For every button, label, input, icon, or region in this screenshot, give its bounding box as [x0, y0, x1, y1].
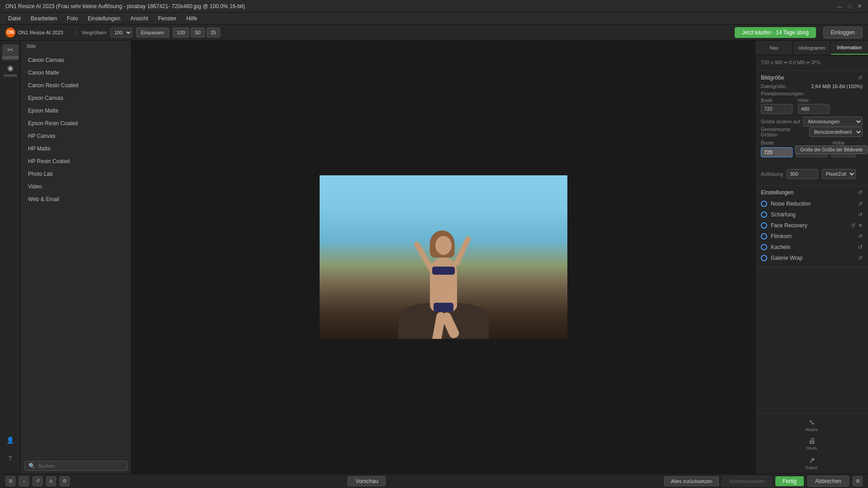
menubar-item-ansicht[interactable]: Ansicht [126, 14, 152, 23]
buy-button[interactable]: Jetzt kaufen · 14 Tage übrig [735, 27, 816, 38]
right-tab-information[interactable]: Information [831, 41, 868, 55]
style-item-photo-lab[interactable]: Photo Lab [21, 168, 131, 180]
gemeinsame-select[interactable]: Benutzerdefiniert [809, 127, 863, 137]
menubar-item-einstellungen[interactable]: Einstellungen [83, 14, 125, 23]
style-item-hp-canvas[interactable]: HP Canvas [21, 130, 131, 142]
setting-reset-icon[interactable]: ↺ [858, 244, 863, 250]
size-inputs-container: Pixel Größe der Größe der Bildbreite [761, 147, 863, 157]
setting-reset-icon[interactable]: ↺ [858, 233, 863, 239]
left-sidebar-bottom: 👤 ? [2, 432, 19, 470]
toolbar: ON ON1 Resize AI 2023 Vergrößern 100 50 … [0, 24, 868, 41]
info-dimensions: 720 x 480 •• 0,0 MB •• JPG [761, 60, 821, 65]
setting-left: Face Recovery [761, 222, 807, 229]
style-item-canon-canvas[interactable]: Canon Canvas [21, 54, 131, 66]
maximize-button[interactable]: □ [846, 3, 853, 9]
search-icon: 🔍 [28, 463, 35, 469]
fertig-button[interactable]: Fertig [775, 476, 804, 486]
style-panel-header: Stile [21, 41, 131, 52]
right-tabs: NavHistogrammInformation [755, 41, 868, 55]
dateigroesse-label: Dateigröße: [761, 84, 787, 89]
user-icon[interactable]: 👤 [2, 432, 19, 448]
menubar-item-hilfe[interactable]: Hilfe [182, 14, 202, 23]
refresh-icon[interactable]: ↺ [33, 476, 42, 486]
style-item-hp-matte[interactable]: HP Matte [21, 142, 131, 155]
grid-icon[interactable]: ⊞ [853, 476, 863, 486]
login-button[interactable]: Einloggen [823, 27, 863, 38]
zoom-25-button[interactable]: 25 [207, 28, 220, 38]
setting-left: Kacheln [761, 244, 790, 250]
bildgroesse-reset-icon[interactable]: ↺ [858, 75, 863, 81]
canvas-area[interactable] [132, 41, 755, 474]
style-item-epson-canvas[interactable]: Epson Canvas [21, 92, 131, 104]
zoom-100-button[interactable]: 100 [173, 28, 189, 38]
setting-reset-icon[interactable]: ↺ [851, 222, 855, 229]
preview-button[interactable]: Vorschau [348, 476, 386, 486]
style-item-web-&-email[interactable]: Web & Email [21, 193, 131, 206]
setting-circle-filmkorn[interactable] [761, 233, 767, 239]
groesse-aendern-select[interactable]: Abmessungen [803, 117, 863, 127]
setting-circle-face-recovery[interactable] [761, 222, 767, 229]
right-bottom-tools: ⤡ Resize 🖨 Druck ↗ Export [755, 413, 868, 474]
style-item-hp-resin-coated[interactable]: HP Resin Coated [21, 155, 131, 168]
right-tab-histogramm[interactable]: Histogramm [793, 41, 830, 55]
setting-actions: ↺ [858, 201, 863, 207]
spinner-icon: ○ [19, 476, 29, 486]
right-panel: NavHistogrammInformation 720 x 480 •• 0,… [755, 41, 868, 474]
setting-reset-icon[interactable]: ↺ [858, 211, 863, 218]
aufloesung-input[interactable] [787, 169, 818, 179]
setting-circle-schärfung[interactable] [761, 211, 767, 218]
settings-icon[interactable]: ⚙ [60, 476, 70, 486]
scissors-icon: ✂ [7, 46, 13, 54]
menubar-item-datei[interactable]: Datei [4, 14, 25, 23]
menubar-item-foto[interactable]: Foto [62, 14, 82, 23]
druck-tool-button[interactable]: 🖨 Druck [803, 435, 821, 453]
help-icon[interactable]: ? [2, 450, 19, 466]
hoehe-label: Höhe [798, 98, 830, 103]
resize-tool-button[interactable]: ⤡ Resize [803, 416, 821, 434]
abbrechen-button[interactable]: Abbrechen [807, 476, 849, 487]
zoom-50-button[interactable]: 50 [191, 28, 204, 38]
synchronisieren-button: Synchronisieren [722, 476, 772, 486]
export-icon: ↗ [809, 456, 815, 465]
setting-item-filmkorn: Filmkorn↺ [761, 231, 863, 242]
setting-reset-icon[interactable]: ↺ [858, 201, 863, 207]
aufloesung-unit-select[interactable]: Pixel/Zoll [822, 169, 856, 179]
sidebar-tool-ansicht[interactable]: ◉ Ansicht [2, 62, 19, 79]
alles-zuruecksetzen-button[interactable]: Alles zurücksetzen [664, 476, 719, 486]
setting-reset-icon[interactable]: ↺ [858, 255, 863, 261]
hoehe-input[interactable] [798, 104, 830, 114]
breite-input[interactable] [761, 104, 793, 114]
style-item-video[interactable]: Video [21, 180, 131, 193]
setting-circle-kacheln[interactable] [761, 244, 767, 250]
export-tool-button[interactable]: ↗ Export [803, 454, 821, 472]
window-controls: — □ ✕ [836, 3, 863, 9]
setting-left: Galerie Wrap [761, 255, 802, 261]
text-icon[interactable]: A [46, 476, 56, 486]
breite2-hoehe2-labels: Breite Höhe [761, 140, 863, 145]
setting-close-icon[interactable]: ✕ [858, 222, 863, 229]
setting-circle-galerie-wrap[interactable] [761, 255, 767, 261]
right-tab-nav[interactable]: Nav [755, 41, 793, 55]
search-input[interactable] [38, 463, 123, 469]
style-item-epson-matte[interactable]: Epson Matte [21, 104, 131, 117]
zoom-buttons: 100 50 25 [173, 28, 220, 38]
einpassen-button[interactable]: Einpassen [136, 28, 169, 38]
minimize-button[interactable]: — [836, 3, 843, 9]
layout-icon[interactable]: ⊞ [5, 476, 15, 486]
menubar-item-fenster[interactable]: Fenster [154, 14, 181, 23]
close-button[interactable]: ✕ [856, 3, 863, 9]
sidebar-tool-zuschnitt[interactable]: ✂ Zuschnitt [2, 44, 19, 61]
gemeinsame-row: Gemeinsame Größen Benutzerdefiniert [761, 127, 863, 137]
setting-name-schärfung: Schärfung [771, 211, 796, 218]
width-size-input[interactable] [761, 147, 793, 157]
style-item-epson-resin-coated[interactable]: Epson Resin Coated [21, 117, 131, 130]
style-item-canon-matte[interactable]: Canon Matte [21, 66, 131, 79]
zoom-select[interactable]: 100 50 25 [110, 28, 132, 38]
style-item-canon-resin-coated[interactable]: Canon Resin Coated [21, 79, 131, 92]
setting-circle-noise-reduction[interactable] [761, 201, 767, 207]
setting-actions: ↺ [858, 255, 863, 261]
menubar-item-bearbeiten[interactable]: Bearbeiten [26, 14, 61, 23]
einstellungen-reset-icon[interactable]: ↺ [858, 189, 863, 196]
woman-arm-right [453, 235, 471, 267]
groesse-aendern-row: Größe ändern auf Abmessungen [761, 117, 863, 127]
